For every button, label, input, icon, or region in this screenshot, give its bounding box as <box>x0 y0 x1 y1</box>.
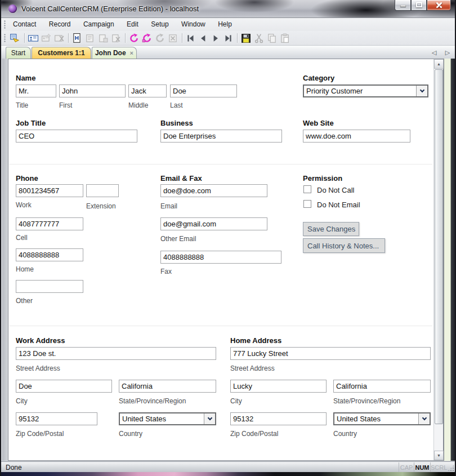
toolbar-separator <box>24 33 25 43</box>
chevron-down-icon[interactable] <box>418 413 430 424</box>
title-bar[interactable]: Voicent CallCenterCRM (Enterprise Editio… <box>1 0 456 17</box>
app-icon <box>8 5 17 13</box>
section-divider <box>9 164 432 164</box>
redial-icon[interactable] <box>142 33 152 43</box>
home-country-value: United States <box>334 413 418 424</box>
cell-phone-field[interactable] <box>16 217 83 230</box>
work-state-field[interactable] <box>119 380 216 393</box>
home-country-label: Country <box>333 430 357 438</box>
scrollbar-thumb[interactable] <box>435 69 443 424</box>
menu-campaign[interactable]: Campaign <box>78 18 119 30</box>
first-name-field[interactable] <box>59 84 126 97</box>
do-not-email-checkbox[interactable] <box>303 200 311 208</box>
home-city-field[interactable] <box>230 380 327 393</box>
menu-setup[interactable]: Setup <box>146 18 173 30</box>
do-not-call-checkbox[interactable] <box>303 185 311 193</box>
menu-record[interactable]: Record <box>44 18 76 30</box>
call-history-notes-button[interactable]: Call History & Notes... <box>303 238 385 253</box>
web-site-field[interactable] <box>303 130 410 143</box>
home-street-label: Street Address <box>230 364 275 372</box>
web-site-heading: Web Site <box>303 119 334 127</box>
fax-field[interactable] <box>160 251 281 264</box>
tab-start-label: Start <box>11 49 25 57</box>
home-street-field[interactable] <box>230 347 431 360</box>
scroll-up-icon[interactable]: ▲ <box>434 59 444 69</box>
other-email-field[interactable] <box>160 217 267 230</box>
menu-bar: Contact Record Campaign Edit Setup Windo… <box>1 17 456 31</box>
minimize-button[interactable] <box>395 0 411 11</box>
save-changes-button[interactable]: Save Changes <box>303 222 359 236</box>
close-button[interactable] <box>427 0 451 11</box>
app-window: Voicent CallCenterCRM (Enterprise Editio… <box>0 0 456 476</box>
nav-last-icon[interactable] <box>223 33 233 43</box>
tab-customers[interactable]: Customers 1:1 <box>32 47 91 59</box>
name-heading: Name <box>16 74 35 82</box>
dial-icon[interactable] <box>129 33 139 43</box>
home-zip-field[interactable] <box>230 412 327 425</box>
menu-contact[interactable]: Contact <box>8 18 41 30</box>
window-frame-left <box>2 59 8 461</box>
fax-label: Fax <box>160 268 172 275</box>
menu-window[interactable]: Window <box>176 18 211 30</box>
delete-contact-icon <box>54 33 64 43</box>
cell-label: Cell <box>16 234 28 242</box>
other-phone-field[interactable] <box>16 280 83 293</box>
work-zip-field[interactable] <box>16 412 97 425</box>
home-state-label: State/Province/Region <box>333 397 400 405</box>
window-frame-right <box>444 59 456 461</box>
save-icon[interactable] <box>241 33 251 43</box>
nav-next-icon[interactable] <box>211 33 221 43</box>
maximize-button[interactable] <box>411 0 427 11</box>
work-state-label: State/Province/Region <box>119 397 186 405</box>
home-state-field[interactable] <box>333 380 431 393</box>
toolbar-separator <box>125 33 126 43</box>
chevron-down-icon[interactable] <box>416 86 427 96</box>
home-label: Home <box>16 265 34 273</box>
refresh-dial-icon <box>155 33 165 43</box>
work-street-field[interactable] <box>16 347 216 360</box>
email-fax-heading: Email & Fax <box>160 174 202 183</box>
home-city-label: City <box>230 397 242 405</box>
work-country-select[interactable]: United States <box>119 412 216 425</box>
job-title-field[interactable] <box>16 130 137 143</box>
toolbar-separator <box>237 33 238 43</box>
resize-grip[interactable] <box>448 465 454 471</box>
import-contacts-icon[interactable] <box>72 33 82 43</box>
title-field[interactable] <box>16 84 56 97</box>
tab-scroll-right-icon[interactable]: ▷ <box>444 48 451 56</box>
work-country-label: Country <box>119 430 142 438</box>
tab-john-doe-label: John Doe <box>95 49 126 57</box>
nav-previous-icon[interactable] <box>198 33 208 43</box>
contact-card-icon[interactable] <box>28 33 38 43</box>
tab-scroll-left-icon[interactable]: ◁ <box>430 48 438 56</box>
work-city-field[interactable] <box>16 380 112 393</box>
tab-start[interactable]: Start <box>6 47 31 59</box>
extension-field[interactable] <box>86 184 119 197</box>
scroll-down-icon[interactable]: ▼ <box>434 451 444 460</box>
work-phone-field[interactable] <box>16 184 83 197</box>
chevron-down-icon[interactable] <box>204 413 215 424</box>
stop-dial-icon <box>168 33 178 43</box>
permission-heading: Permission <box>303 174 342 183</box>
tab-close-icon[interactable]: × <box>130 50 133 56</box>
title-label: Title <box>16 101 28 109</box>
home-country-select[interactable]: United States <box>333 412 431 425</box>
home-zip-label: Zip Code/Postal <box>230 430 278 438</box>
category-select[interactable]: Priority Customer <box>303 84 428 97</box>
copy-icon <box>267 33 277 43</box>
home-phone-field[interactable] <box>16 248 83 261</box>
tab-customers-label: Customers 1:1 <box>38 49 84 57</box>
business-field[interactable] <box>160 130 282 143</box>
tab-john-doe[interactable]: John Doe× <box>92 47 137 59</box>
menu-edit[interactable]: Edit <box>122 18 144 30</box>
last-name-field[interactable] <box>170 84 237 97</box>
nav-first-icon[interactable] <box>186 33 196 43</box>
menu-help[interactable]: Help <box>213 18 237 30</box>
merge-record-icon <box>98 33 108 43</box>
email-label: Email <box>160 202 177 210</box>
menu-grip <box>4 20 6 29</box>
email-field[interactable] <box>160 184 267 197</box>
open-contact-icon[interactable] <box>10 33 20 43</box>
middle-name-field[interactable] <box>128 84 167 97</box>
vertical-scrollbar[interactable]: ▲ ▼ <box>433 59 443 460</box>
